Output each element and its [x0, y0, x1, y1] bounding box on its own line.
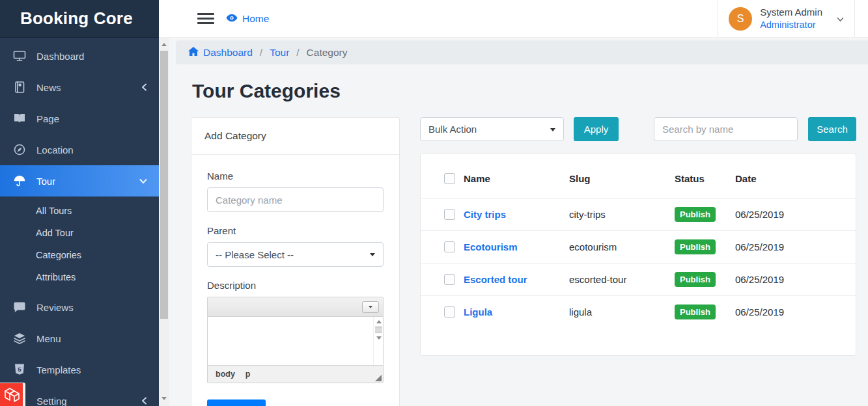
app-logo[interactable]: Booking Core — [0, 0, 159, 38]
column-header-slug[interactable]: Slug — [569, 154, 675, 198]
sidebar-item-label: News — [36, 82, 61, 93]
breadcrumb-label: Tour — [270, 47, 289, 59]
column-header-status[interactable]: Status — [675, 154, 735, 198]
category-slug: city-trips — [569, 198, 675, 231]
column-header-name[interactable]: Name — [464, 154, 569, 198]
sidebar-item-templates[interactable]: 5 Templates — [0, 354, 159, 385]
compass-icon — [13, 143, 26, 156]
row-checkbox[interactable] — [444, 274, 455, 285]
sidebar-item-label: Dashboard — [36, 51, 84, 62]
submenu-item-attributes[interactable]: Attributes — [0, 266, 159, 288]
home-icon — [188, 47, 199, 59]
bulk-action-value: Bulk Action — [428, 124, 477, 135]
submenu-item-add-tour[interactable]: Add Tour — [0, 222, 159, 244]
category-slug: escorted-tour — [569, 264, 675, 296]
home-link[interactable]: Home — [226, 13, 269, 25]
scroll-up-icon[interactable] — [159, 39, 169, 49]
menu-toggle-icon[interactable] — [197, 10, 214, 27]
category-slug: ecotourism — [569, 231, 675, 264]
breadcrumb-dashboard[interactable]: Dashboard — [188, 47, 253, 59]
main-area: Home S System Admin Administrator Dashbo… — [159, 0, 868, 406]
sidebar-item-page[interactable]: Page — [0, 103, 159, 134]
editor-scrollbar[interactable] — [373, 317, 383, 365]
sidebar-menu: Dashboard News Page Location — [0, 38, 159, 406]
submenu-item-all-tours[interactable]: All Tours — [0, 200, 159, 222]
select-all-checkbox[interactable] — [444, 173, 455, 184]
sidebar-item-label: Setting — [36, 396, 67, 406]
submenu-item-categories[interactable]: Categories — [0, 244, 159, 266]
parent-label: Parent — [207, 225, 384, 236]
tour-submenu: All Tours Add Tour Categories Attributes — [0, 196, 159, 291]
sidebar-item-dashboard[interactable]: Dashboard — [0, 40, 159, 72]
caret-down-icon — [369, 306, 372, 308]
table-row: Escorted tour escorted-tour Publish 06/2… — [421, 264, 856, 296]
parent-select[interactable]: -- Please Select -- — [207, 242, 384, 267]
row-checkbox[interactable] — [444, 306, 455, 318]
category-name-link[interactable]: Ecotourism — [464, 241, 518, 252]
description-editor: body p — [207, 297, 384, 383]
sidebar-item-location[interactable]: Location — [0, 134, 159, 165]
scroll-up-icon[interactable] — [374, 318, 384, 325]
resize-handle[interactable] — [375, 375, 382, 381]
sidebar-item-label: Menu — [36, 333, 61, 344]
row-checkbox[interactable] — [444, 209, 455, 220]
user-menu[interactable]: S System Admin Administrator — [718, 0, 855, 37]
column-header-date[interactable]: Date — [735, 154, 856, 198]
editor-content-area[interactable] — [208, 317, 383, 365]
add-category-title: Add Category — [191, 118, 399, 155]
breadcrumb-current: Category — [307, 47, 348, 59]
bulk-action-select[interactable]: Bulk Action — [420, 117, 564, 141]
home-link-label: Home — [242, 13, 269, 25]
chevron-left-icon — [141, 83, 147, 91]
monitor-icon — [13, 49, 26, 62]
editor-path-body[interactable]: body — [216, 370, 235, 379]
avatar-initial: S — [737, 13, 744, 25]
category-name-link[interactable]: City trips — [464, 209, 506, 220]
category-name-input[interactable] — [207, 187, 384, 212]
breadcrumb-tour[interactable]: Tour — [270, 47, 289, 59]
breadcrumb-separator: / — [296, 47, 299, 59]
editor-path-p[interactable]: p — [245, 370, 251, 379]
sidebar-item-reviews[interactable]: Reviews — [0, 291, 159, 323]
search-button[interactable]: Search — [808, 117, 856, 141]
scroll-down-icon[interactable] — [374, 334, 384, 342]
category-name-link[interactable]: Escorted tour — [464, 274, 527, 285]
table-row: Ligula ligula Publish 06/25/2019 — [421, 296, 856, 329]
sidebar-item-news[interactable]: News — [0, 72, 159, 103]
scroll-down-icon[interactable] — [159, 393, 169, 403]
categories-table-card: Name Slug Status Date City trips city-tr… — [420, 153, 856, 356]
sidebar-item-menu[interactable]: Menu — [0, 323, 159, 354]
search-input[interactable] — [654, 117, 798, 141]
umbrella-icon — [13, 174, 26, 187]
page-content: Dashboard / Tour / Category Tour Categor… — [159, 40, 868, 406]
caret-down-icon — [370, 253, 375, 256]
caret-down-icon — [550, 128, 555, 131]
editor-format-dropdown[interactable] — [362, 301, 379, 313]
user-role: Administrator — [760, 19, 822, 32]
editor-scrollbar-thumb[interactable] — [375, 327, 382, 332]
table-row: Ecotourism ecotourism Publish 06/25/2019 — [421, 231, 856, 264]
sidebar-scrollbar-thumb[interactable] — [160, 51, 168, 319]
chevron-left-icon — [141, 397, 147, 405]
html5-icon: 5 — [13, 363, 26, 376]
breadcrumb-separator: / — [260, 47, 262, 59]
debugbar-toggle[interactable] — [0, 383, 25, 406]
apply-button[interactable]: Apply — [574, 117, 619, 141]
add-category-card: Add Category Name Parent -- Please Selec… — [191, 117, 400, 406]
category-slug: ligula — [569, 296, 675, 329]
category-date: 06/25/2019 — [735, 198, 856, 231]
sidebar-item-tour[interactable]: Tour — [0, 165, 159, 196]
user-name: System Admin — [760, 6, 822, 19]
sidebar-scrollbar[interactable] — [159, 38, 169, 406]
eye-icon — [226, 13, 238, 25]
category-name-link[interactable]: Ligula — [464, 306, 492, 318]
row-checkbox[interactable] — [444, 241, 455, 252]
sidebar-item-label: Location — [36, 144, 74, 156]
parent-select-value: -- Please Select -- — [216, 249, 294, 260]
status-badge: Publish — [675, 272, 716, 287]
sidebar: Booking Core Dashboard News Page — [0, 0, 159, 406]
status-badge: Publish — [675, 239, 716, 254]
chevron-down-icon — [139, 178, 147, 184]
submit-button[interactable] — [207, 399, 266, 406]
user-info: System Admin Administrator — [760, 6, 822, 32]
